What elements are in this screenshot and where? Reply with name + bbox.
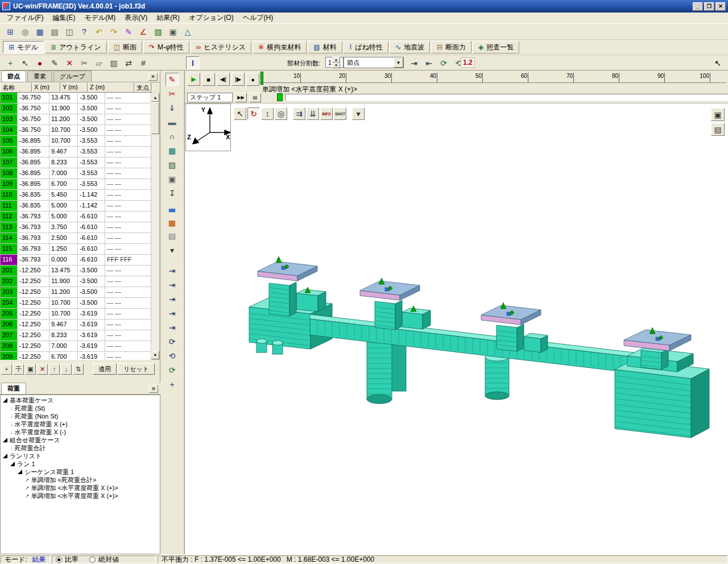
paint-icon[interactable]: ▨ <box>107 56 121 69</box>
spin-up-icon[interactable]: ▲ <box>332 57 340 63</box>
tab-section-force[interactable]: ⊟ 断面力 <box>431 41 471 53</box>
angle-icon[interactable]: ∠ <box>136 25 150 38</box>
table-row[interactable]: 209 -12.250 6.700 -3.619 --- --- <box>1 352 151 360</box>
tree-item-load-case[interactable]: ↓ 水平震度荷重 X (-) <box>1 428 160 436</box>
tree-item-sequence[interactable]: ↗ 単調増加 <死荷重合計> <box>1 476 160 484</box>
hatch-icon[interactable]: ▨ <box>166 158 179 171</box>
import-node-icon[interactable]: ⇥ <box>407 56 421 69</box>
top-view-icon[interactable]: ⇊ <box>307 107 319 120</box>
jump-load-1-icon[interactable]: ⇥ <box>166 264 179 277</box>
tree-item[interactable]: 組合せ荷重ケース <box>1 436 160 444</box>
tree-item[interactable]: シーケンス荷重 1 <box>1 468 160 476</box>
jump-load-4-icon[interactable]: ⇥ <box>166 306 179 320</box>
save-icon[interactable]: ▦ <box>33 25 47 38</box>
table-row[interactable]: 203 -12.250 11.200 -3.500 --- --- <box>1 287 151 298</box>
tab-verification[interactable]: ◈ 照査一覧 <box>473 41 519 53</box>
tab-hysteresis[interactable]: ∞ ヒステリシス <box>191 41 251 53</box>
undo-icon[interactable]: ↶ <box>92 25 106 38</box>
reset-button[interactable]: リセット <box>118 363 155 375</box>
edit-pencil-icon[interactable]: ✎ <box>166 73 179 86</box>
table-header-cell[interactable]: X (m) <box>32 82 60 93</box>
jump-load-2-icon[interactable]: ⇥ <box>166 278 179 291</box>
node-dot-icon[interactable]: ● <box>33 56 47 69</box>
table-row[interactable]: 106 -36.895 9.467 -3.553 --- --- <box>1 147 151 157</box>
beam-bar-icon[interactable]: ▬ <box>166 115 179 128</box>
table-row[interactable]: 208 -12.250 7.000 -3.619 --- --- <box>1 341 151 352</box>
panel-tab-load[interactable]: 荷重 <box>1 383 26 394</box>
division-count-spinner[interactable]: ▲ ▼ <box>332 57 340 68</box>
add-node-icon[interactable]: + <box>3 56 17 69</box>
zoom-page-icon[interactable]: ◎ <box>18 25 32 38</box>
tab-material[interactable]: ▨ 材料 <box>308 41 342 53</box>
jump-load-3-icon[interactable]: ⇥ <box>166 292 179 305</box>
menu-item[interactable]: 結果(R) <box>152 12 184 24</box>
stop-button[interactable]: ■ <box>202 73 215 86</box>
table-row[interactable]: 113 -36.793 3.750 -6.610 --- --- <box>1 222 151 233</box>
expander-icon[interactable] <box>3 398 7 403</box>
table-row[interactable]: 204 -12.250 10.700 -3.500 --- --- <box>1 298 151 309</box>
sort-rows-icon[interactable]: ⇅ <box>73 364 84 375</box>
table-row[interactable]: 205 -12.250 10.700 -3.619 --- --- <box>1 309 151 320</box>
table-row[interactable]: 103 -36.750 11.200 -3.500 --- --- <box>1 114 151 125</box>
arc-icon[interactable]: ∩ <box>166 130 179 143</box>
timeline-track[interactable] <box>285 94 728 101</box>
tree-item-load-case[interactable]: ↓ 死荷重合計 <box>1 444 160 452</box>
move-down-icon[interactable]: ↓ <box>61 364 72 375</box>
step-forward-button[interactable]: |▶ <box>231 73 245 86</box>
table-header-cell[interactable]: Z (m) <box>88 82 134 93</box>
move-up-icon[interactable]: ↑ <box>49 364 60 375</box>
menu-item[interactable]: 編集(E) <box>48 12 80 24</box>
panel-tab[interactable]: グループ <box>53 70 92 82</box>
table-row[interactable]: 101 -36.750 13.475 -3.500 --- --- <box>1 93 151 103</box>
pointer-icon[interactable]: ↖ <box>234 107 246 120</box>
print-preview-icon[interactable]: ◫ <box>63 25 76 38</box>
panel-tab[interactable]: 節点 <box>1 70 26 82</box>
tree-item-load-case[interactable]: ↓ 死荷重 (St) <box>1 404 160 412</box>
panel-icon[interactable]: ▦ <box>166 144 179 157</box>
table-row[interactable]: 115 -36.793 1.250 -6.610 --- --- <box>1 244 151 255</box>
menu-item[interactable]: モデル(M) <box>80 12 120 24</box>
copy-row-icon[interactable]: ▣ <box>25 364 36 375</box>
scroll-down-icon[interactable]: ▼ <box>151 351 159 359</box>
table-row[interactable]: 105 -36.895 10.700 -3.553 --- --- <box>1 136 151 147</box>
tree-item[interactable]: ランリスト <box>1 452 160 460</box>
table-row[interactable]: 116 -36.793 0.000 -6.610 FFF FFF <box>1 255 151 266</box>
info-button[interactable]: INFO <box>320 107 333 120</box>
zoom-view-icon[interactable]: ◎ <box>275 107 287 120</box>
reload-icon[interactable]: ⟳ <box>437 56 450 69</box>
rotate-view-icon[interactable]: ↻ <box>247 107 260 120</box>
mass-icon[interactable]: ▣ <box>166 172 179 185</box>
view-tool-icon[interactable] <box>348 107 351 120</box>
shot-button[interactable]: SHOT <box>334 107 346 120</box>
chart-icon[interactable]: △ <box>181 25 195 38</box>
print-animation-icon[interactable]: ▤ <box>249 93 261 102</box>
menu-item[interactable]: ファイル(F) <box>2 12 48 24</box>
title-bar[interactable]: UC-win/FRAME(3D) Ver.4.00.01 - job1.f3d … <box>0 0 728 13</box>
more-down-icon[interactable]: ▾ <box>166 243 179 256</box>
chart-a-icon[interactable]: ▃ <box>166 201 179 214</box>
pointer-flag-icon[interactable]: ↖ <box>711 56 725 69</box>
chevron-down-icon[interactable]: ▼ <box>394 57 403 68</box>
draw-member-icon[interactable]: ✎ <box>48 56 61 69</box>
drop-load-icon[interactable]: ⇓ <box>166 101 179 114</box>
capture-icon[interactable]: ▣ <box>166 25 180 38</box>
view-tool-icon[interactable] <box>288 107 292 120</box>
delete-member-icon[interactable]: ✕ <box>63 56 76 69</box>
table-row[interactable]: 108 -36.895 7.000 -3.553 --- --- <box>1 168 151 179</box>
jump-load-5-icon[interactable]: ⇥ <box>166 321 179 334</box>
print-icon[interactable]: ▤ <box>48 25 61 38</box>
tab-confined-material[interactable]: ※ 横拘束材料 <box>253 41 307 53</box>
help-icon[interactable]: ? <box>77 25 91 38</box>
scrollbar-thumb[interactable] <box>151 102 159 134</box>
copy-image-icon[interactable]: ▣ <box>711 108 725 121</box>
marker-menu-icon[interactable]: ▾ <box>352 107 365 120</box>
cut-icon[interactable]: ✂ <box>77 56 91 69</box>
close-icon[interactable]: ✕ <box>149 385 158 393</box>
play-button[interactable]: ▶ <box>187 73 200 86</box>
expander-icon[interactable] <box>3 454 7 458</box>
table-row[interactable]: 111 -36.835 5.000 -1.142 --- --- <box>1 201 151 212</box>
merge-icon[interactable]: ▱ <box>92 56 106 69</box>
frame-model-icon[interactable]: ⊞ <box>3 25 17 38</box>
step-back-button[interactable]: ◀| <box>217 73 230 86</box>
spin-down-icon[interactable]: ▼ <box>332 63 340 68</box>
